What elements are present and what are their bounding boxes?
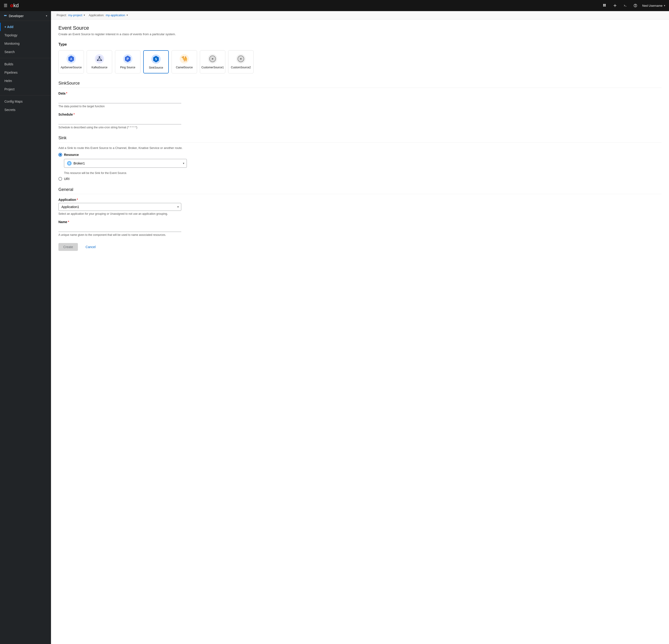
type-card-kafka-source[interactable]: KafkaSource bbox=[87, 50, 112, 73]
customer-source1-label: CustomerSource1 bbox=[201, 66, 224, 69]
application-dropdown[interactable]: Application1 ▾ bbox=[58, 203, 181, 211]
type-section: Type A ApiServerSource bbox=[58, 42, 661, 73]
cancel-button[interactable]: Cancel bbox=[81, 243, 101, 251]
custom-source2-icon bbox=[236, 54, 245, 63]
svg-rect-0 bbox=[603, 4, 604, 5]
breadcrumb-application[interactable]: Application: my-application ▾ bbox=[89, 13, 128, 17]
schedule-required-star: * bbox=[73, 113, 75, 116]
sidebar-item-search[interactable]: Search bbox=[0, 48, 51, 56]
api-server-source-label: ApiServerSource bbox=[61, 66, 82, 69]
okd-logo[interactable]: o kd bbox=[10, 2, 19, 9]
sink-source-label: SinkSource bbox=[149, 66, 163, 69]
name-required-star: * bbox=[68, 220, 69, 223]
svg-rect-1 bbox=[604, 4, 606, 5]
sidebar-item-builds[interactable]: Builds bbox=[0, 60, 51, 68]
broker-dropdown[interactable]: B Broker1 ▾ bbox=[64, 159, 187, 168]
breadcrumb-project-dropdown-icon: ▾ bbox=[84, 14, 85, 17]
name-field-group: Name * A unique name given to the compon… bbox=[58, 220, 661, 236]
breadcrumb-application-value: my-application bbox=[106, 13, 125, 17]
svg-point-24 bbox=[212, 58, 213, 60]
plus-icon[interactable] bbox=[612, 2, 618, 9]
sidebar-developer-label: Developer bbox=[9, 14, 24, 18]
create-button[interactable]: Create bbox=[58, 243, 78, 251]
developer-icon bbox=[4, 14, 7, 18]
type-card-camel-source[interactable]: 🐪 CamelSource bbox=[172, 50, 197, 73]
help-icon[interactable] bbox=[632, 2, 639, 9]
uri-radio-circle bbox=[58, 177, 62, 181]
ping-source-label: Ping Source bbox=[120, 66, 135, 69]
form-buttons: Create Cancel bbox=[58, 243, 661, 251]
custom-source2-label: CustomSource2 bbox=[231, 66, 251, 69]
breadcrumb-application-dropdown-icon: ▾ bbox=[127, 14, 128, 17]
logo-o: o bbox=[10, 2, 13, 9]
type-card-customer-source1[interactable]: CustomerSource1 bbox=[200, 50, 225, 73]
schedule-field-hint: Schedule is described using the unix-cro… bbox=[58, 126, 661, 129]
uri-radio-label: URI bbox=[64, 177, 70, 181]
general-form-section: General Application * Application1 ▾ Sel… bbox=[58, 187, 661, 236]
data-required-star: * bbox=[66, 92, 67, 95]
svg-marker-9 bbox=[4, 15, 7, 16]
general-section-title: General bbox=[58, 187, 661, 194]
sidebar-item-monitoring[interactable]: Monitoring bbox=[0, 39, 51, 48]
name-field-hint: A unique name given to the component tha… bbox=[58, 233, 661, 236]
grid-icon[interactable] bbox=[601, 2, 608, 9]
application-dropdown-wrapper: Application1 ▾ bbox=[58, 203, 181, 211]
data-input[interactable] bbox=[58, 97, 181, 103]
schedule-input[interactable] bbox=[58, 118, 181, 125]
user-name: Ned Username bbox=[642, 4, 663, 8]
sidebar-developer-switcher[interactable]: Developer ▾ bbox=[0, 11, 51, 21]
sink-source-form-section: SinkSource Data * The data posted to the… bbox=[58, 81, 661, 129]
sidebar-item-config-maps[interactable]: Config Maps bbox=[0, 97, 51, 106]
svg-text:P: P bbox=[127, 57, 129, 61]
breadcrumb-project-value: my-project bbox=[68, 13, 82, 17]
data-field-hint: The data posted to the target function bbox=[58, 105, 661, 108]
sink-section-title: Sink bbox=[58, 135, 661, 143]
sidebar-item-project[interactable]: Project bbox=[0, 85, 51, 93]
resource-radio-option[interactable]: Resource bbox=[58, 153, 661, 157]
camel-source-label: CamelSource bbox=[176, 66, 193, 69]
hamburger-icon[interactable]: ☰ bbox=[4, 3, 8, 8]
resource-hint: This resource will be the Sink for the E… bbox=[64, 172, 187, 175]
sink-section-description: Add a Sink to route this Event Source to… bbox=[58, 146, 661, 150]
user-chevron-icon: ▾ bbox=[664, 4, 665, 7]
sidebar-item-topology[interactable]: Topology bbox=[0, 31, 51, 39]
sink-source-icon: S bbox=[151, 55, 161, 64]
terminal-icon[interactable] bbox=[622, 2, 628, 9]
main-content: Project: my-project ▾ Application: my-ap… bbox=[51, 11, 669, 644]
sidebar-item-secrets[interactable]: Secrets bbox=[0, 106, 51, 114]
application-field-label: Application * bbox=[58, 198, 661, 202]
type-card-api-server-source[interactable]: A ApiServerSource bbox=[58, 50, 84, 73]
sidebar-item-pipelines[interactable]: Pipelines bbox=[0, 68, 51, 77]
sink-form-section: Sink Add a Sink to route this Event Sour… bbox=[58, 135, 661, 181]
topbar: ☰ o kd bbox=[0, 0, 669, 11]
sink-radio-group: Resource B Broker1 ▾ This resource will … bbox=[58, 153, 661, 181]
resource-radio-circle bbox=[58, 153, 62, 157]
breadcrumb-application-label: Application: bbox=[89, 13, 104, 17]
name-input[interactable] bbox=[58, 225, 181, 232]
svg-point-27 bbox=[240, 58, 242, 60]
breadcrumb-project-label: Project: bbox=[57, 13, 67, 17]
svg-text:A: A bbox=[70, 57, 72, 61]
sidebar-item-helm[interactable]: Helm bbox=[0, 77, 51, 85]
sidebar-item-add[interactable]: + Add bbox=[0, 23, 51, 31]
ping-source-icon: P bbox=[123, 54, 132, 63]
data-field-group: Data * The data posted to the target fun… bbox=[58, 91, 661, 108]
page-subtitle: Create an Event Source to register inter… bbox=[58, 32, 661, 36]
breadcrumb-bar: Project: my-project ▾ Application: my-ap… bbox=[51, 11, 669, 19]
type-card-custom-source2[interactable]: CustomSource2 bbox=[228, 50, 254, 73]
type-card-ping-source[interactable]: P Ping Source bbox=[115, 50, 141, 73]
user-section[interactable]: Ned Username ▾ bbox=[642, 4, 665, 8]
resource-radio-label: Resource bbox=[64, 153, 79, 157]
breadcrumb-project[interactable]: Project: my-project ▾ bbox=[57, 13, 85, 17]
topbar-right: Ned Username ▾ bbox=[601, 2, 665, 9]
uri-radio-option[interactable]: URI bbox=[58, 177, 661, 181]
kafka-source-icon bbox=[95, 54, 104, 63]
page-content: Event Source Create an Event Source to r… bbox=[51, 19, 669, 644]
application-field-hint: Select an application for your grouping … bbox=[58, 212, 661, 216]
sidebar-developer-left: Developer bbox=[4, 14, 24, 18]
application-value: Application1 bbox=[61, 205, 79, 209]
type-card-sink-source[interactable]: S SinkSource bbox=[143, 50, 169, 73]
svg-text:S: S bbox=[155, 57, 157, 61]
app-container: Developer ▾ + Add Topology Monitoring Se… bbox=[0, 11, 669, 644]
svg-rect-5 bbox=[614, 5, 616, 6]
